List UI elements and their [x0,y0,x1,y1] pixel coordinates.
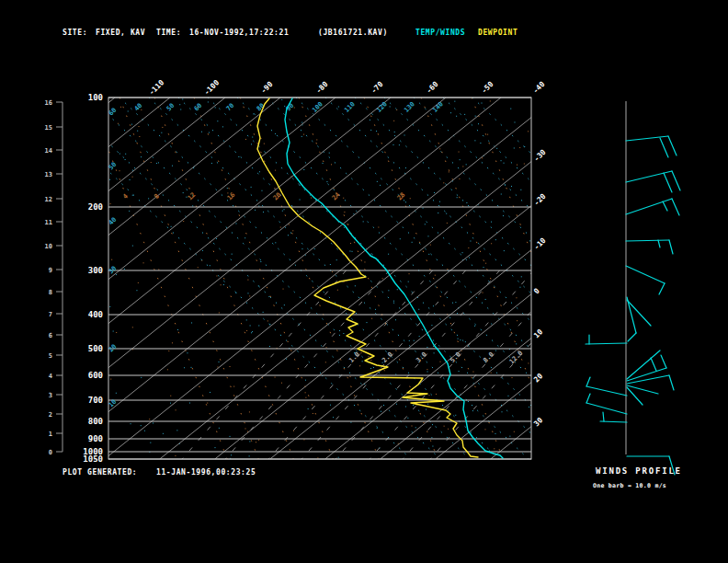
height-axis-ticks: 012345678910111213141516 [45,99,63,456]
wind-barb [626,199,679,215]
svg-text:12: 12 [45,196,52,203]
svg-text:20: 20 [532,372,544,384]
svg-text:-30: -30 [532,148,548,164]
svg-text:28: 28 [396,191,407,202]
svg-text:600: 600 [88,371,103,380]
right-temperature-labels: -30-20-100102030 [532,148,548,429]
svg-text:30: 30 [532,416,544,428]
svg-text:16: 16 [45,99,52,107]
winds-barb-legend: One barb = 10.0 m/s [593,482,666,489]
svg-text:0: 0 [532,287,541,296]
svg-text:120: 120 [375,100,389,114]
svg-text:70: 70 [225,102,236,113]
svg-text:140: 140 [431,100,445,114]
svg-text:20: 20 [272,191,283,202]
svg-text:-80: -80 [314,80,330,96]
svg-text:300: 300 [88,266,103,275]
svg-text:400: 400 [88,310,103,319]
svg-text:100: 100 [311,100,324,114]
svg-text:-90: -90 [259,80,275,96]
svg-text:8: 8 [49,289,52,296]
svg-text:60: 60 [193,102,204,113]
svg-text:8.0: 8.0 [482,350,495,364]
wind-barb [626,266,665,294]
svg-text:130: 130 [403,100,416,114]
svg-text:4: 4 [121,192,130,201]
theta-labels-top: 405060708090100110120130140 [133,100,445,114]
svg-text:20: 20 [108,343,119,354]
wind-barb [626,240,673,254]
winds-profile [586,101,680,475]
svg-text:1.0: 1.0 [347,350,361,364]
svg-text:14: 14 [45,147,52,155]
svg-text:40: 40 [108,216,119,227]
svg-text:15: 15 [45,124,52,132]
svg-text:40: 40 [133,102,144,113]
wind-barb [600,412,627,422]
svg-text:100: 100 [88,93,103,102]
svg-text:-50: -50 [480,80,495,96]
svg-text:50: 50 [165,102,176,113]
svg-text:0: 0 [49,449,52,456]
svg-text:-10: -10 [532,236,548,252]
moist-adiabat-lines [88,98,610,459]
svg-text:12.0: 12.0 [508,350,525,366]
wind-barb [626,171,680,192]
svg-text:24: 24 [331,191,342,202]
svg-text:-20: -20 [532,192,548,208]
dry-adiabat-lines [31,98,728,459]
wind-barb [627,297,651,341]
pressure-axis-labels: 10020030040050060070080090010001050 [83,93,103,464]
wind-barb [586,394,627,414]
svg-text:800: 800 [88,417,103,426]
svg-text:-60: -60 [425,80,440,96]
svg-text:2: 2 [49,411,52,419]
svg-text:9: 9 [49,267,52,274]
svg-text:30: 30 [108,265,119,276]
svg-text:110: 110 [343,100,357,114]
svg-text:11: 11 [45,219,52,226]
svg-text:3: 3 [49,392,52,399]
winds-profile-title: WINDS PROFILE [596,466,682,476]
svg-text:12: 12 [187,191,198,202]
svg-text:6: 6 [49,332,52,339]
wind-barb [586,377,627,396]
wind-barb [586,335,627,344]
wind-barb [626,136,677,157]
dewpoint-curve [257,98,478,457]
svg-text:10: 10 [532,327,544,339]
svg-text:5.0: 5.0 [449,350,462,364]
moist-labels: 481216202428 [121,191,406,202]
svg-text:5: 5 [49,352,52,360]
plot-generated-label: PLOT GENERATED: [63,468,137,477]
svg-text:60: 60 [108,107,119,118]
svg-text:700: 700 [88,396,103,405]
svg-text:7: 7 [49,311,52,318]
svg-text:-70: -70 [370,80,385,96]
svg-text:1050: 1050 [83,454,103,464]
svg-text:900: 900 [88,434,103,443]
svg-text:-110: -110 [147,78,165,97]
svg-text:500: 500 [88,344,103,353]
skewt-chart: 4050607080901001101201301406050403020104… [0,0,728,563]
svg-text:1: 1 [49,431,52,438]
skewt-screen: SITE: FIXED, KAV TIME: 16-NOV-1992,17:22… [0,0,728,563]
svg-text:200: 200 [88,202,103,212]
wind-barb [627,350,674,405]
svg-text:-40: -40 [531,80,547,96]
svg-text:13: 13 [45,171,52,178]
svg-text:4: 4 [49,373,52,380]
svg-text:10: 10 [45,243,52,250]
mixing-labels: 1.02.03.05.08.012.0 [347,350,524,366]
svg-text:2.0: 2.0 [381,350,394,364]
plot-generated-value: 11-JAN-1996,00:23:25 [156,468,256,477]
top-temperature-labels: -110-100-90-80-70-60-50-40 [147,78,546,97]
svg-text:-100: -100 [202,78,221,97]
